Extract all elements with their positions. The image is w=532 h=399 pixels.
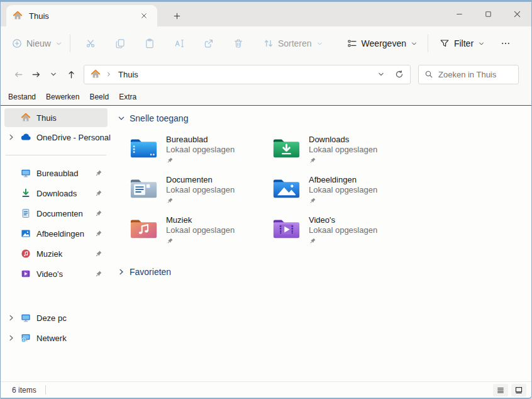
sidebar-item-netwerk[interactable]: Netwerk	[4, 328, 108, 348]
view-list-icon	[347, 38, 357, 48]
explorer-body: Thuis OneDrive - Personal Bureaublad Dow…	[1, 106, 531, 381]
menu-beeld[interactable]: Beeld	[88, 91, 110, 103]
chevron-down-icon	[411, 40, 418, 47]
view-button[interactable]: Weergeven	[343, 31, 421, 55]
sidebar-item-label: Documenten	[36, 209, 83, 218]
desktop-folder-icon	[130, 136, 158, 159]
tab-title: Thuis	[29, 11, 49, 21]
chevron-right-icon[interactable]	[7, 313, 16, 322]
sort-button[interactable]: Sorteren	[260, 31, 327, 55]
details-view-button[interactable]	[493, 384, 508, 396]
pin-icon	[94, 169, 103, 177]
paste-button[interactable]	[137, 31, 162, 55]
rename-button[interactable]	[167, 31, 192, 55]
pin-icon	[94, 230, 103, 238]
home-icon	[13, 11, 23, 21]
refresh-icon[interactable]	[395, 70, 404, 79]
pictures-icon	[21, 228, 31, 239]
pin-icon	[166, 197, 174, 205]
tile-status: Lokaal opgeslagen	[309, 185, 377, 195]
back-button[interactable]	[9, 65, 27, 84]
trash-icon	[233, 38, 243, 48]
new-tab-button[interactable]	[167, 6, 186, 25]
sidebar-item-label: Video's	[36, 269, 63, 279]
chevron-down-icon	[478, 40, 485, 47]
document-icon	[21, 208, 31, 218]
sidebar-item-downloads[interactable]: Downloads	[4, 183, 108, 203]
sidebar-item-label: Downloads	[36, 189, 77, 198]
section-title: Snelle toegang	[130, 113, 188, 123]
tile-status: Lokaal opgeslagen	[166, 185, 235, 195]
tile-afbeeldingen[interactable]: Afbeeldingen Lokaal opgeslagen	[272, 175, 415, 215]
close-icon	[140, 12, 148, 20]
tile-bureaublad[interactable]: Bureaublad Lokaal opgeslagen	[130, 135, 272, 175]
forward-button[interactable]	[27, 65, 45, 84]
music-folder-icon	[130, 216, 158, 239]
large-icons-view-icon	[514, 386, 523, 395]
toolbar-divider	[428, 35, 428, 52]
content-pane: Snelle toegang Bureaublad Lokaal opgesla…	[111, 106, 531, 381]
new-button[interactable]: Nieuw	[12, 38, 62, 48]
sidebar-item-label: Deze pc	[36, 313, 67, 323]
chevron-right-icon[interactable]	[7, 133, 16, 142]
sidebar-item-videos[interactable]: Video's	[4, 264, 108, 284]
home-icon	[21, 113, 31, 123]
sidebar-item-deze-pc[interactable]: Deze pc	[4, 308, 108, 328]
more-options-button[interactable]	[495, 31, 516, 55]
pin-icon	[94, 189, 103, 198]
up-button[interactable]	[62, 65, 80, 84]
chevron-down-icon	[50, 70, 57, 78]
tile-documenten[interactable]: Documenten Lokaal opgeslagen	[130, 175, 272, 215]
close-button[interactable]	[502, 2, 531, 26]
arrow-left-icon	[14, 70, 23, 79]
sidebar-item-muziek[interactable]: Muziek	[4, 244, 108, 264]
search-input[interactable]	[438, 70, 513, 79]
pin-icon	[309, 237, 316, 245]
tile-name: Muziek	[166, 215, 235, 225]
tile-videos[interactable]: Video's Lokaal opgeslagen	[272, 215, 415, 256]
chevron-down-icon[interactable]	[377, 70, 385, 78]
large-icons-view-button[interactable]	[511, 384, 526, 396]
sidebar-item-afbeeldingen[interactable]: Afbeeldingen	[4, 223, 108, 244]
menu-bestand[interactable]: Bestand	[7, 91, 37, 103]
music-icon	[21, 249, 31, 259]
desktop-icon	[21, 168, 31, 178]
breadcrumb[interactable]: Thuis	[84, 65, 411, 84]
chevron-right-icon	[117, 267, 126, 276]
view-toggles	[493, 384, 526, 396]
share-button[interactable]	[196, 31, 221, 55]
breadcrumb-segment[interactable]: Thuis	[91, 69, 138, 79]
minimize-button[interactable]	[445, 2, 474, 26]
tile-name: Bureaublad	[166, 135, 235, 145]
pin-icon	[309, 197, 316, 205]
tab-thuis[interactable]: Thuis	[6, 5, 157, 26]
delete-button[interactable]	[226, 31, 251, 55]
sidebar-item-thuis[interactable]: Thuis	[4, 108, 108, 127]
sidebar-item-onedrive[interactable]: OneDrive - Personal	[4, 127, 108, 147]
copy-button[interactable]	[108, 31, 133, 55]
favorites-header[interactable]: Favorieten	[117, 266, 531, 278]
sidebar-item-bureaublad[interactable]: Bureaublad	[4, 163, 108, 183]
menu-bewerken[interactable]: Bewerken	[45, 91, 80, 103]
tab-close-button[interactable]	[137, 9, 151, 23]
sidebar-item-documenten[interactable]: Documenten	[4, 203, 108, 223]
filter-button[interactable]: Filter	[436, 31, 489, 55]
tile-name: Downloads	[309, 135, 377, 145]
search-box[interactable]	[418, 65, 519, 84]
tile-downloads[interactable]: Downloads Lokaal opgeslagen	[272, 135, 415, 175]
menu-extra[interactable]: Extra	[118, 91, 138, 103]
navigation-pane: Thuis OneDrive - Personal Bureaublad Dow…	[1, 106, 111, 381]
cut-button[interactable]	[78, 31, 103, 55]
tile-muziek[interactable]: Muziek Lokaal opgeslagen	[130, 215, 272, 256]
quick-access-header[interactable]: Snelle toegang	[117, 112, 531, 125]
tile-text: Afbeeldingen Lokaal opgeslagen	[309, 175, 377, 205]
toolbar-divider	[70, 35, 70, 52]
tile-status: Lokaal opgeslagen	[166, 225, 235, 235]
maximize-button[interactable]	[474, 2, 502, 26]
sidebar-item-label: OneDrive - Personal	[36, 133, 111, 142]
sidebar-item-label: Afbeeldingen	[36, 229, 84, 239]
recent-locations-button[interactable]	[45, 65, 62, 84]
chevron-right-icon[interactable]	[7, 334, 16, 342]
view-label: Weergeven	[362, 38, 406, 48]
minimize-icon	[455, 9, 464, 19]
